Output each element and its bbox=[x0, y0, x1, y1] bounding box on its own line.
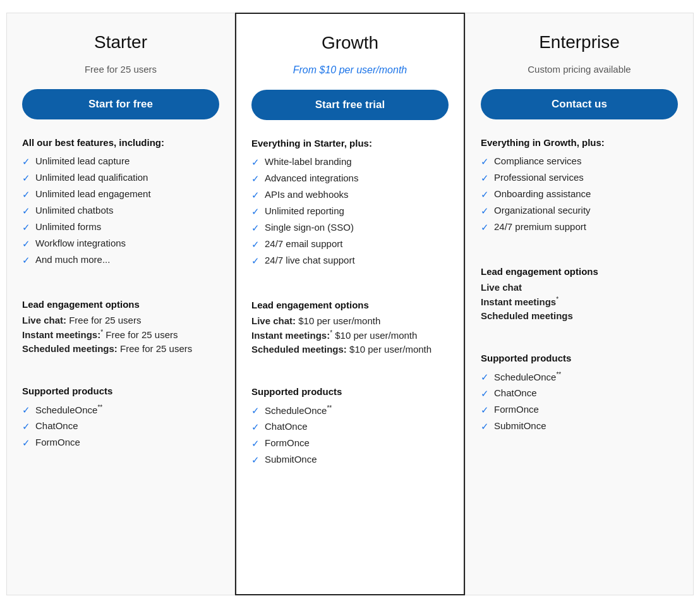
engagement-value: Free for 25 users bbox=[66, 315, 141, 325]
engagement-row: Scheduled meetings: Free for 25 users bbox=[22, 343, 219, 354]
engagement-value: Free for 25 users bbox=[118, 343, 192, 354]
list-item: ✓APIs and webhooks bbox=[251, 189, 449, 201]
list-item: ✓White-label branding bbox=[251, 156, 449, 168]
growth-price: From $10 per user/month bbox=[251, 64, 449, 78]
list-item: ✓FormOnce bbox=[481, 404, 678, 416]
plan-growth: GrowthFrom $10 per user/monthStart free … bbox=[235, 13, 465, 595]
enterprise-features-heading: Everything in Growth, plus: bbox=[481, 137, 678, 148]
list-item: ✓24/7 premium support bbox=[481, 221, 678, 233]
product-sup: ** bbox=[327, 404, 332, 411]
product-text: ScheduleOnce** bbox=[494, 371, 561, 382]
list-item: ✓Advanced integrations bbox=[251, 173, 449, 185]
check-icon: ✓ bbox=[251, 206, 260, 217]
check-icon: ✓ bbox=[481, 421, 489, 432]
product-text: FormOnce bbox=[265, 437, 310, 448]
starter-engagement-section: Lead engagement optionsLive chat: Free f… bbox=[22, 299, 219, 357]
starter-features-heading: All our best features, including: bbox=[22, 137, 219, 148]
growth-button[interactable]: Start free trial bbox=[251, 90, 449, 120]
engagement-label: Scheduled meetings: bbox=[251, 344, 347, 355]
growth-products-list: ✓ScheduleOnce**✓ChatOnce✓FormOnce✓Submit… bbox=[251, 404, 449, 470]
product-text: ChatOnce bbox=[265, 421, 308, 432]
engagement-label: Scheduled meetings: bbox=[22, 343, 118, 354]
engagement-label: Instant meetings bbox=[481, 296, 556, 307]
list-item: ✓Unlimited lead qualification bbox=[22, 172, 219, 184]
check-icon: ✓ bbox=[251, 222, 260, 234]
feature-text: APIs and webhooks bbox=[265, 189, 349, 200]
list-item: ✓ChatOnce bbox=[481, 387, 678, 399]
enterprise-products-heading: Supported products bbox=[481, 353, 678, 363]
feature-text: 24/7 live chat support bbox=[265, 255, 355, 265]
check-icon: ✓ bbox=[481, 222, 489, 233]
enterprise-products-list: ✓ScheduleOnce**✓ChatOnce✓FormOnce✓Submit… bbox=[481, 371, 678, 437]
list-item: ✓Workflow integrations bbox=[22, 238, 219, 250]
engagement-row: Scheduled meetings: $10 per user/month bbox=[251, 344, 449, 355]
list-item: ✓FormOnce bbox=[251, 437, 449, 449]
list-item: ✓24/7 live chat support bbox=[251, 255, 449, 267]
check-icon: ✓ bbox=[22, 156, 30, 167]
growth-engagement-heading: Lead engagement options bbox=[251, 300, 449, 310]
check-icon: ✓ bbox=[22, 205, 30, 217]
product-text: ScheduleOnce** bbox=[265, 404, 332, 416]
plan-starter: StarterFree for 25 usersStart for freeAl… bbox=[6, 13, 235, 595]
engagement-label: Live chat: bbox=[22, 315, 66, 325]
list-item: ✓Unlimited chatbots bbox=[22, 205, 219, 217]
check-icon: ✓ bbox=[251, 422, 260, 433]
list-item: ✓SubmitOnce bbox=[251, 454, 449, 466]
check-icon: ✓ bbox=[22, 255, 30, 266]
product-text: SubmitOnce bbox=[265, 454, 317, 465]
product-text: SubmitOnce bbox=[494, 420, 546, 431]
growth-products-heading: Supported products bbox=[251, 386, 449, 397]
enterprise-button[interactable]: Contact us bbox=[481, 89, 678, 119]
feature-text: Unlimited chatbots bbox=[35, 205, 113, 216]
engagement-row: Live chat: $10 per user/month bbox=[251, 315, 449, 326]
engagement-value: $10 per user/month bbox=[296, 315, 380, 326]
engagement-row: Live chat bbox=[481, 282, 678, 293]
check-icon: ✓ bbox=[251, 454, 260, 466]
engagement-sup: * bbox=[556, 296, 558, 303]
plan-enterprise: EnterpriseCustom pricing availableContac… bbox=[465, 13, 694, 595]
engagement-row: Scheduled meetings bbox=[481, 310, 678, 321]
list-item: ✓SubmitOnce bbox=[481, 420, 678, 432]
check-icon: ✓ bbox=[251, 157, 260, 168]
check-icon: ✓ bbox=[22, 437, 30, 449]
check-icon: ✓ bbox=[481, 372, 489, 383]
engagement-label: Instant meetings: bbox=[251, 330, 330, 341]
starter-features-list: ✓Unlimited lead capture✓Unlimited lead q… bbox=[22, 155, 219, 271]
list-item: ✓And much more... bbox=[22, 254, 219, 266]
feature-text: Organizational security bbox=[494, 205, 591, 216]
product-sup: ** bbox=[97, 404, 102, 411]
check-icon: ✓ bbox=[481, 173, 489, 184]
check-icon: ✓ bbox=[22, 173, 30, 184]
starter-products-heading: Supported products bbox=[22, 386, 219, 396]
engagement-row: Live chat: Free for 25 users bbox=[22, 315, 219, 325]
list-item: ✓ChatOnce bbox=[251, 421, 449, 433]
feature-text: Unlimited lead engagement bbox=[35, 188, 151, 199]
list-item: ✓ScheduleOnce** bbox=[481, 371, 678, 383]
check-icon: ✓ bbox=[22, 421, 30, 432]
list-item: ✓Compliance services bbox=[481, 155, 678, 167]
check-icon: ✓ bbox=[481, 404, 489, 416]
product-text: ScheduleOnce** bbox=[35, 404, 102, 415]
check-icon: ✓ bbox=[251, 438, 260, 449]
list-item: ✓ScheduleOnce** bbox=[251, 404, 449, 416]
feature-text: Unlimited forms bbox=[35, 221, 101, 232]
check-icon: ✓ bbox=[251, 173, 260, 185]
list-item: ✓Single sign-on (SSO) bbox=[251, 222, 449, 234]
feature-text: And much more... bbox=[35, 254, 110, 265]
check-icon: ✓ bbox=[22, 189, 30, 200]
list-item: ✓ChatOnce bbox=[22, 420, 219, 432]
growth-features-list: ✓White-label branding✓Advanced integrati… bbox=[251, 156, 449, 271]
feature-text: Unlimited lead capture bbox=[35, 155, 130, 166]
enterprise-price: Custom pricing available bbox=[481, 64, 678, 78]
starter-button[interactable]: Start for free bbox=[22, 89, 219, 119]
list-item: ✓Organizational security bbox=[481, 205, 678, 217]
list-item: ✓Unlimited forms bbox=[22, 221, 219, 233]
feature-text: Professional services bbox=[494, 172, 584, 183]
check-icon: ✓ bbox=[251, 405, 260, 416]
check-icon: ✓ bbox=[251, 255, 260, 267]
list-item: ✓Onboarding assistance bbox=[481, 188, 678, 200]
enterprise-engagement-heading: Lead engagement options bbox=[481, 266, 678, 277]
engagement-value: $10 per user/month bbox=[332, 330, 417, 341]
list-item: ✓Professional services bbox=[481, 172, 678, 184]
list-item: ✓24/7 email support bbox=[251, 238, 449, 250]
